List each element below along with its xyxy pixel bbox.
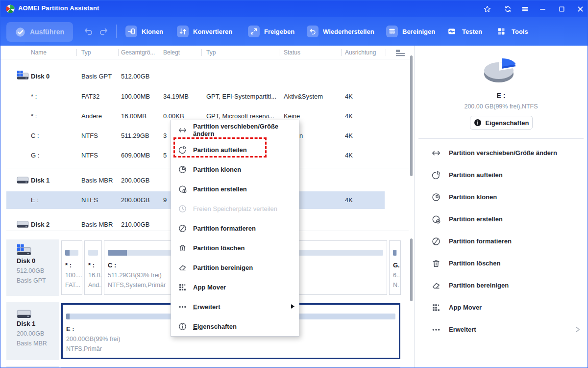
- partition-block-msr[interactable]: * : 16.0... And...: [84, 240, 102, 295]
- sidebar-item-erstellen[interactable]: Partition erstellen: [415, 208, 588, 230]
- toolbar-button-bereinigen[interactable]: Bereinigen: [386, 26, 435, 37]
- cell-name: * :: [31, 87, 37, 106]
- redo-icon[interactable]: [98, 26, 109, 36]
- partition-block-efi[interactable]: * : 100.... FAT...: [61, 240, 82, 295]
- partition-size: 100....: [65, 272, 78, 279]
- app-window: AOMEI Partition Assistant Ausführen Klon…: [0, 0, 588, 368]
- undo-icon[interactable]: [83, 26, 94, 36]
- menu-item-klonen[interactable]: Partition klonen: [171, 159, 299, 179]
- sidebar-item-verschieben[interactable]: Partition verschieben/Größe ändern: [415, 142, 588, 164]
- disk-icon: [17, 308, 31, 320]
- column-header-ausrichtung[interactable]: Ausrichtung: [345, 46, 376, 59]
- column-header-name[interactable]: Name: [31, 46, 47, 59]
- cell-used: 34.19MB: [163, 87, 189, 106]
- disk-icon: [17, 219, 29, 230]
- toolbar-button-konvertieren[interactable]: Konvertieren: [177, 26, 232, 37]
- cell-name: G :: [31, 146, 39, 165]
- disk-strip-disk2-partial: [6, 366, 409, 368]
- column-header-gesamtgroesse[interactable]: Gesamtgrö...: [121, 46, 155, 59]
- cell-status-fragment: n: [299, 126, 303, 146]
- app-title: AOMEI Partition Assistant: [18, 4, 99, 12]
- toolbar-button-wiederherstellen[interactable]: Wiederherstellen: [307, 26, 374, 37]
- system-disk-windows-badge-icon: [17, 71, 23, 77]
- cell-name: Disk 0: [31, 67, 49, 86]
- diskmap-scrollbar-thumb[interactable]: [410, 238, 413, 301]
- table-row-disk0[interactable]: Disk 0 Basis GPT 512.00GB: [0, 67, 409, 86]
- partition-fs: NTFS,Primär: [66, 345, 395, 352]
- cell-name: E :: [31, 190, 39, 210]
- cell-typ: NTFS: [81, 146, 98, 165]
- column-header-belegt[interactable]: Belegt: [163, 46, 180, 59]
- hamburger-menu-icon[interactable]: [519, 3, 531, 14]
- sidebar-item-bereinigen[interactable]: Partition bereinigen: [415, 274, 588, 296]
- cell-status: Aktiv&System: [284, 87, 323, 106]
- disk-scheme: Basis MBR: [17, 340, 59, 347]
- allocate-free-space-icon: [178, 205, 187, 213]
- partition-size: 6..: [393, 272, 397, 279]
- properties-button[interactable]: Eigenschaften: [470, 116, 533, 130]
- menu-item-label: Freien Speicherplatz verteilen: [193, 205, 277, 212]
- menu-item-bereinigen[interactable]: Partition bereinigen: [171, 258, 299, 277]
- disk-name: Disk 0: [17, 257, 59, 264]
- menu-item-eigenschaften[interactable]: Eigenschaften: [171, 316, 299, 336]
- toolbar-button-freigeben[interactable]: Freigeben: [248, 26, 294, 37]
- disk-label-block[interactable]: Disk 1 200.00GB Basis MBR: [6, 302, 59, 360]
- toolbar-button-klonen[interactable]: Klonen: [125, 26, 163, 37]
- maximize-icon[interactable]: [556, 3, 567, 14]
- cell-used: 5: [163, 146, 167, 165]
- sidebar-item-app-mover[interactable]: App Mover: [415, 296, 588, 318]
- selected-partition-details: 200.00 GB(99% frei),NTFS: [415, 103, 588, 110]
- context-menu: Partition verschieben/Größe ändern Parti…: [171, 120, 299, 337]
- column-header-typ[interactable]: Typ: [81, 46, 91, 59]
- header-separator: [76, 49, 77, 56]
- apply-button[interactable]: Ausführen: [6, 22, 73, 42]
- move-resize-icon: [178, 126, 187, 134]
- cell-typ: Andere: [81, 106, 102, 126]
- sync-icon[interactable]: [502, 3, 514, 14]
- cell-typ: Basis GPT: [81, 67, 112, 86]
- table-scrollbar-thumb[interactable]: [410, 55, 413, 176]
- clone-partition-icon: [432, 193, 441, 202]
- cell-size: 200.00GB: [121, 190, 150, 210]
- menu-item-app-mover[interactable]: App Mover: [171, 277, 299, 297]
- menu-item-formatieren[interactable]: Partition formatieren: [171, 218, 299, 238]
- column-header-typ2[interactable]: Typ: [206, 46, 216, 59]
- menu-item-erstellen[interactable]: Partition erstellen: [171, 179, 299, 199]
- cell-typ: NTFS: [81, 190, 98, 210]
- app-mover-icon: [432, 303, 441, 312]
- cell-align: 4K: [345, 87, 353, 106]
- apply-label: Ausführen: [30, 28, 64, 36]
- toolbar-button-tools[interactable]: Tools: [495, 26, 528, 37]
- column-settings-icon[interactable]: [395, 49, 405, 56]
- menu-item-loeschen[interactable]: Partition löschen: [171, 238, 299, 258]
- close-icon[interactable]: [574, 3, 586, 14]
- advanced-icon: [178, 303, 187, 311]
- cell-name: Disk 2: [31, 215, 49, 235]
- star-icon[interactable]: [481, 3, 493, 14]
- sidebar-item-aufteilen[interactable]: Partition aufteilen: [415, 164, 588, 186]
- menu-item-label: Partition bereinigen: [193, 264, 253, 271]
- sidebar-item-erweitert[interactable]: Erweitert: [415, 318, 588, 341]
- toolbar: Ausführen Klonen Konvertieren Freigeben …: [0, 17, 588, 46]
- advanced-icon: [432, 325, 441, 334]
- selected-partition-name: E :: [415, 92, 588, 100]
- share-tool-icon: [248, 26, 260, 37]
- cell-typ: Basis MBR: [81, 215, 113, 235]
- toolbar-button-testen[interactable]: Testen: [446, 26, 482, 37]
- cell-size: 511.29GB: [121, 126, 149, 146]
- menu-item-label: Partition erstellen: [193, 185, 247, 193]
- sidebar-item-label: App Mover: [449, 304, 482, 311]
- sidebar-item-formatieren[interactable]: Partition formatieren: [415, 230, 588, 252]
- table-row-efi[interactable]: * : FAT32 100.00MB 34.19MB GPT, EFI-Syst…: [0, 87, 409, 106]
- sidebar-item-loeschen[interactable]: Partition löschen: [415, 252, 588, 274]
- partition-block-g[interactable]: G. 6.. N.: [389, 240, 401, 295]
- column-header-status[interactable]: Status: [284, 46, 300, 59]
- disk-label-block[interactable]: Disk 0 512.00GB Basis GPT: [6, 239, 59, 296]
- partition-name: * :: [65, 262, 78, 269]
- partition-name: * :: [88, 262, 98, 269]
- menu-item-verschieben[interactable]: Partition verschieben/Größe ändern: [171, 120, 299, 140]
- sidebar-item-klonen[interactable]: Partition klonen: [415, 186, 588, 208]
- disk-label-block[interactable]: [6, 366, 59, 368]
- menu-item-erweitert[interactable]: Erweitert: [171, 297, 299, 316]
- minimize-icon[interactable]: [537, 3, 548, 14]
